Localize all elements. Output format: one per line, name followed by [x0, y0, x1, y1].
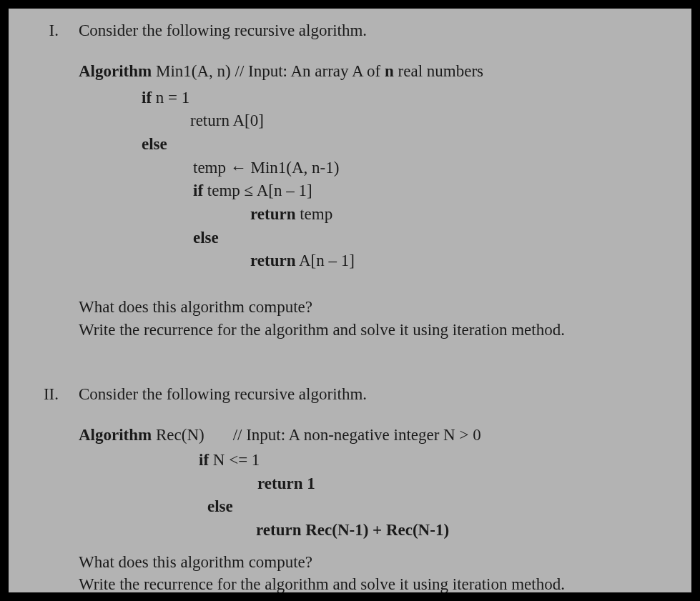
- q1-intro: Consider the following recursive algorit…: [79, 21, 670, 40]
- q2-if-cond: N <= 1: [209, 451, 260, 469]
- q1-line-else: else: [79, 133, 670, 157]
- q2-retrec-val: Rec(N-1) + Rec(N-1): [301, 521, 449, 539]
- q2-alg-header: Algorithm Rec(N)// Input: A non-negative…: [79, 424, 670, 447]
- question-1: I. Consider the following recursive algo…: [30, 21, 670, 341]
- q1-rettemp-kw: return: [250, 205, 295, 223]
- q2-alg-keyword: Algorithm: [79, 426, 152, 444]
- q1-return-a0: return A[0]: [190, 111, 264, 129]
- q1-retan1-val: A[n – 1]: [295, 252, 354, 269]
- q1-alg-header: Algorithm Min1(A, n) // Input: An array …: [79, 60, 670, 84]
- q2-line-else: else: [79, 495, 670, 519]
- q1-alg-name: Min1(A, n): [152, 62, 235, 80]
- q1-if-kw: if: [142, 89, 152, 106]
- q2-alg-comment: // Input: A non-negative integer N > 0: [233, 426, 481, 444]
- q2-retrec-kw: return: [256, 521, 301, 539]
- q1-alg-keyword: Algorithm: [79, 62, 152, 80]
- q1-if-cond: n = 1: [152, 89, 189, 106]
- q1-line-return-temp: return temp: [79, 203, 670, 227]
- q2-algorithm: Algorithm Rec(N)// Input: A non-negative…: [79, 424, 670, 542]
- q2-if-kw: if: [199, 451, 209, 469]
- q1-alg-comment-tail: real numbers: [394, 62, 483, 80]
- q2-alg-name: Rec(N): [152, 426, 204, 444]
- q1-alg-comment: // Input: An array A of: [235, 62, 385, 80]
- q1-prompts: What does this algorithm compute? Write …: [79, 296, 670, 341]
- question-2: II. Consider the following recursive alg…: [30, 385, 670, 592]
- q1-ask-2: Write the recurrence for the algorithm a…: [79, 319, 670, 342]
- q1-else2-kw: else: [193, 229, 219, 247]
- q1-ask-1: What does this algorithm compute?: [79, 296, 670, 319]
- q2-ask-1: What does this algorithm compute?: [79, 551, 670, 574]
- q1-algorithm: Algorithm Min1(A, n) // Input: An array …: [79, 60, 670, 273]
- q2-line-return1: return 1: [79, 472, 670, 496]
- q1-rettemp-val: temp: [295, 205, 332, 223]
- q1-line-if: if n = 1: [79, 86, 670, 110]
- q2-line-return-rec: return Rec(N-1) + Rec(N-1): [79, 519, 670, 542]
- q2-number: II.: [30, 385, 59, 592]
- q1-body: Consider the following recursive algorit…: [79, 21, 670, 341]
- q1-else-kw: else: [142, 135, 167, 153]
- q2-ret1-kw: return 1: [257, 475, 315, 492]
- q1-iftemp-kw: if: [193, 182, 203, 199]
- q2-line-if: if N <= 1: [79, 449, 670, 472]
- q2-prompts: What does this algorithm compute? Write …: [79, 551, 670, 592]
- q1-alg-comment-n: n: [385, 62, 394, 80]
- q2-ask-2: Write the recurrence for the algorithm a…: [79, 573, 670, 592]
- q2-body: Consider the following recursive algorit…: [79, 385, 670, 592]
- q1-number: I.: [30, 21, 59, 341]
- q1-line-if-temp: if temp ≤ A[n – 1]: [79, 179, 670, 203]
- q1-line-return-an1: return A[n – 1]: [79, 249, 670, 273]
- q1-line-else2: else: [79, 227, 670, 250]
- q1-line-temp: temp ← Min1(A, n-1): [79, 157, 670, 180]
- q2-intro: Consider the following recursive algorit…: [79, 385, 670, 404]
- document-page: I. Consider the following recursive algo…: [9, 9, 691, 592]
- q1-temp-assign: temp ← Min1(A, n-1): [193, 159, 339, 177]
- q1-line-return-a0: return A[0]: [79, 109, 670, 133]
- q1-retan1-kw: return: [250, 252, 295, 269]
- q2-else-kw: else: [207, 497, 233, 515]
- q1-iftemp-cond: temp ≤ A[n – 1]: [203, 182, 312, 199]
